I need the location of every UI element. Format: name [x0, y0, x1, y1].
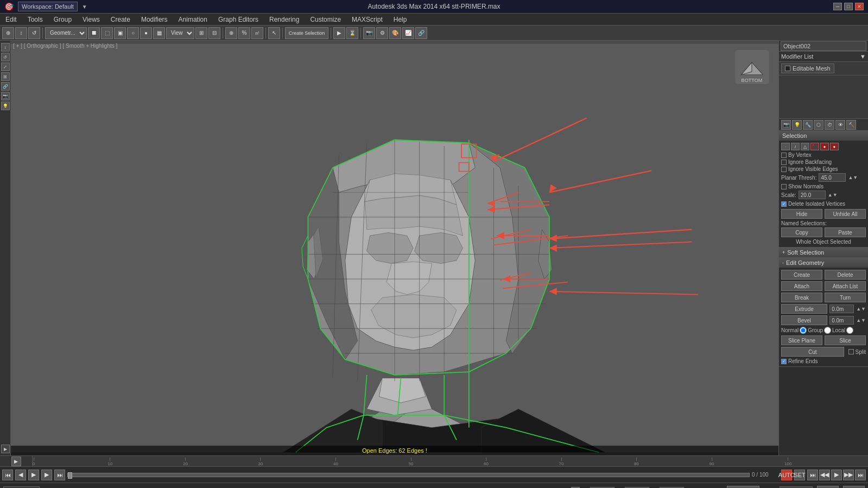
paint-select-btn[interactable]: ●: [140, 27, 152, 39]
rp-icon-display[interactable]: 👁: [835, 120, 845, 130]
bevel-arrows[interactable]: ▲▼: [856, 318, 866, 323]
planar-thresh-arrows[interactable]: ▲▼: [848, 175, 858, 180]
selected-dropdown[interactable]: Selected: [780, 486, 813, 489]
stack-editable-mesh[interactable]: Editable Mesh: [781, 64, 834, 73]
play-anim-btn[interactable]: ▶: [333, 27, 345, 39]
left-play-btn[interactable]: ▶: [1, 445, 10, 453]
rp-icon-hierarchy[interactable]: ⬡: [814, 120, 823, 130]
attach-button[interactable]: Attach: [781, 281, 822, 291]
extrude-input[interactable]: [829, 305, 854, 313]
element-icon[interactable]: ●: [830, 143, 839, 150]
object-name-input[interactable]: Object002: [781, 41, 866, 51]
viewport-canvas[interactable]: BOTTOM: [11, 41, 778, 455]
menu-edit[interactable]: Edit: [0, 15, 22, 24]
select-object-btn[interactable]: ⬚: [101, 27, 113, 39]
workspace-label[interactable]: Workspace: Default: [18, 2, 78, 11]
view-dropdown[interactable]: View: [166, 27, 194, 39]
snap-toggle-btn[interactable]: 🔲: [88, 27, 100, 39]
maximize-button[interactable]: □: [844, 3, 853, 10]
group-radio[interactable]: [824, 327, 831, 334]
anim-slider[interactable]: [67, 473, 750, 477]
scale-arrows[interactable]: ▲▼: [828, 192, 838, 198]
curve-editor-btn[interactable]: 📈: [402, 27, 414, 39]
hide-button[interactable]: Hide: [781, 209, 822, 219]
ignore-backfacing-checkbox[interactable]: [781, 160, 787, 165]
show-normals-cb[interactable]: Show Normals: [781, 183, 866, 189]
attach-list-button[interactable]: Attach List: [825, 281, 866, 291]
transform-btn[interactable]: ⊕: [225, 27, 237, 39]
pb-play-btn[interactable]: ▶: [831, 470, 842, 480]
pb-skip-start-btn[interactable]: ⏭: [807, 470, 818, 480]
edit-geometry-header[interactable]: - Edit Geometry: [779, 258, 868, 268]
rp-icon-modifier[interactable]: 🔧: [803, 120, 813, 130]
anim-key-next-btn[interactable]: ⏭: [54, 470, 65, 480]
menu-rendering[interactable]: Rendering: [264, 15, 305, 24]
minimize-button[interactable]: ─: [833, 3, 842, 10]
delete-button[interactable]: Delete: [825, 270, 866, 280]
cursor-btn[interactable]: ↖: [268, 27, 280, 39]
local-radio[interactable]: [846, 327, 853, 334]
left-move-btn[interactable]: ↕: [1, 43, 10, 52]
close-button[interactable]: ✕: [855, 3, 864, 10]
pb-next-btn[interactable]: ▶▶: [843, 470, 854, 480]
schematic-view-btn[interactable]: 🔗: [415, 27, 427, 39]
show-normals-checkbox[interactable]: [781, 184, 787, 189]
auto-key-btn[interactable]: AUTO: [781, 470, 792, 480]
delete-isolated-checkbox[interactable]: ✓: [781, 201, 787, 207]
left-select-btn[interactable]: ⊞: [1, 72, 10, 81]
menu-customize[interactable]: Customize: [305, 15, 346, 24]
bevel-button[interactable]: Bevel: [781, 315, 827, 325]
by-vertex-cb[interactable]: By Vertex: [781, 152, 866, 158]
mirror-btn[interactable]: ⊟: [208, 27, 220, 39]
ignore-visible-edges-checkbox[interactable]: [781, 167, 787, 172]
bevel-input[interactable]: [829, 316, 854, 325]
add-time-tag-btn[interactable]: Add Time Tag: [727, 486, 759, 489]
ignore-visible-edges-cb[interactable]: Ignore Visible Edges: [781, 166, 866, 172]
anim-next-frame-btn[interactable]: ▶: [41, 470, 52, 480]
size-btn[interactable]: ㎡: [251, 27, 263, 39]
left-camera-btn[interactable]: 📷: [1, 92, 10, 100]
scale-input[interactable]: [799, 191, 826, 199]
filters-btn[interactable]: Filters...: [843, 486, 865, 489]
viewport[interactable]: [ + ] [ Orthographic ] [ Smooth + Highli…: [11, 41, 778, 455]
menu-modifiers[interactable]: Modifiers: [136, 15, 173, 24]
left-link-btn[interactable]: 🔗: [1, 82, 10, 91]
face-icon[interactable]: △: [801, 143, 809, 150]
planar-thresh-input[interactable]: [819, 173, 846, 182]
turn-button[interactable]: Turn: [825, 293, 866, 302]
extrude-button[interactable]: Extrude: [781, 304, 827, 314]
refine-ends-cb[interactable]: ✓ Refine Ends: [781, 358, 866, 364]
menu-tools[interactable]: Tools: [22, 15, 48, 24]
slice-plane-button[interactable]: Slice Plane: [781, 335, 822, 345]
extrude-arrows[interactable]: ▲▼: [856, 306, 866, 312]
paste-button[interactable]: Paste: [825, 227, 866, 237]
pb-skip-end-btn[interactable]: ⏭: [855, 470, 866, 480]
rp-icon-utilities[interactable]: 🔨: [846, 120, 856, 130]
percent-btn[interactable]: %: [238, 27, 250, 39]
menu-views[interactable]: Views: [77, 15, 105, 24]
align-btn[interactable]: ⊞: [195, 27, 207, 39]
refine-ends-checkbox[interactable]: ✓: [781, 359, 787, 364]
cut-button[interactable]: Cut: [781, 347, 844, 357]
delete-isolated-cb[interactable]: ✓ Delete Isolated Vertices: [781, 201, 866, 207]
edge-sel-icon[interactable]: ⬛: [810, 143, 819, 150]
soft-selection-header[interactable]: + Soft Selection: [779, 248, 868, 257]
set-key-btn[interactable]: SET: [794, 470, 805, 480]
material-editor-btn[interactable]: 🎨: [389, 27, 401, 39]
toolbar-rotate-btn[interactable]: ↺: [28, 27, 40, 39]
anim-key-prev-btn[interactable]: ⏮: [2, 470, 13, 480]
copy-button[interactable]: Copy: [781, 227, 822, 237]
set-key-filters-btn[interactable]: Set K...: [817, 486, 839, 489]
menu-help[interactable]: Help: [388, 15, 413, 24]
unhide-all-button[interactable]: Unhide All: [825, 209, 866, 219]
rp-icon-motion[interactable]: ⏱: [825, 120, 834, 130]
geometry-dropdown[interactable]: Geometr...: [45, 27, 87, 39]
anim-prev-frame-btn[interactable]: ◀: [15, 470, 26, 480]
pb-prev-btn[interactable]: ◀◀: [819, 470, 830, 480]
split-cb[interactable]: Split: [848, 349, 866, 355]
vertex-icon[interactable]: ·: [781, 143, 790, 150]
key-mode-btn[interactable]: ⌛: [346, 27, 358, 39]
create-selection-btn[interactable]: Create Selection: [285, 27, 328, 39]
menu-graph-editors[interactable]: Graph Editors: [213, 15, 264, 24]
break-button[interactable]: Break: [781, 293, 822, 302]
